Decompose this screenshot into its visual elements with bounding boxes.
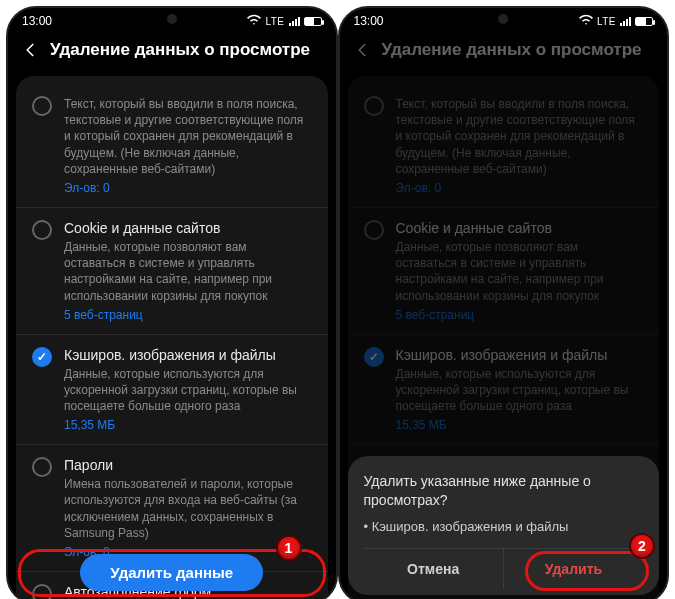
camera-notch xyxy=(498,14,508,24)
annotation-badge-1: 1 xyxy=(276,535,302,561)
radio xyxy=(364,96,384,116)
item-title: Cookie и данные сайтов xyxy=(64,220,312,236)
dialog-title: Удалить указанные ниже данные о просмотр… xyxy=(364,472,644,511)
page-title: Удаление данных о просмотре xyxy=(382,40,642,60)
delete-bar: Удалить данные xyxy=(24,554,320,591)
screenshot-right: 13:00 LTE Удаление данных о просмотре Те… xyxy=(338,6,670,599)
list-item[interactable]: Текст, который вы вводили в поля поиска,… xyxy=(16,84,328,208)
radio-checked[interactable] xyxy=(32,347,52,367)
item-title: Кэширов. изображения и файлы xyxy=(64,347,312,363)
item-count: Эл-ов: 0 xyxy=(64,181,312,195)
radio[interactable] xyxy=(32,96,52,116)
list-item[interactable]: Кэширов. изображения и файлы Данные, кот… xyxy=(16,335,328,446)
item-count: 5 веб-страниц xyxy=(64,308,312,322)
radio-checked xyxy=(364,347,384,367)
clock: 13:00 xyxy=(22,14,52,28)
camera-notch xyxy=(167,14,177,24)
list-item[interactable]: Cookie и данные сайтов Данные, которые п… xyxy=(16,208,328,335)
page-header: Удаление данных о просмотре xyxy=(340,30,668,76)
signal-icon xyxy=(620,16,631,26)
list-item: Cookie и данные сайтов Данные, которые п… xyxy=(348,208,660,335)
options-list: Текст, который вы вводили в поля поиска,… xyxy=(16,76,328,599)
item-desc: Текст, который вы вводили в поля поиска,… xyxy=(64,96,312,177)
screenshot-left: 13:00 LTE Удаление данных о просмотре Те… xyxy=(6,6,338,599)
radio[interactable] xyxy=(32,220,52,240)
wifi-icon xyxy=(579,14,593,28)
item-desc: Данные, которые используются для ускорен… xyxy=(64,366,312,415)
item-count: 15,35 МБ xyxy=(64,418,312,432)
item-desc: Имена пользователей и пароли, которые ис… xyxy=(64,476,312,541)
battery-icon xyxy=(635,17,653,26)
item-desc: Данные, которые позволяют вам оставаться… xyxy=(64,239,312,304)
clock: 13:00 xyxy=(354,14,384,28)
dialog-item: • Кэширов. изображения и файлы xyxy=(364,519,644,534)
list-item: Кэширов. изображения и файлы Данные, кот… xyxy=(348,335,660,446)
confirm-dialog: Удалить указанные ниже данные о просмотр… xyxy=(348,456,660,595)
back-icon[interactable] xyxy=(22,41,40,59)
battery-icon xyxy=(304,17,322,26)
lte-label: LTE xyxy=(265,16,284,27)
item-title: Пароли xyxy=(64,457,312,473)
confirm-button[interactable]: Удалить xyxy=(504,549,643,589)
radio xyxy=(364,220,384,240)
list-item: Текст, который вы вводили в поля поиска,… xyxy=(348,84,660,208)
annotation-badge-2: 2 xyxy=(629,533,655,559)
signal-icon xyxy=(289,16,300,26)
page-title: Удаление данных о просмотре xyxy=(50,40,310,60)
delete-button[interactable]: Удалить данные xyxy=(80,554,263,591)
wifi-icon xyxy=(247,14,261,28)
cancel-button[interactable]: Отмена xyxy=(364,549,504,589)
radio[interactable] xyxy=(32,457,52,477)
lte-label: LTE xyxy=(597,16,616,27)
back-icon[interactable] xyxy=(354,41,372,59)
page-header: Удаление данных о просмотре xyxy=(8,30,336,76)
